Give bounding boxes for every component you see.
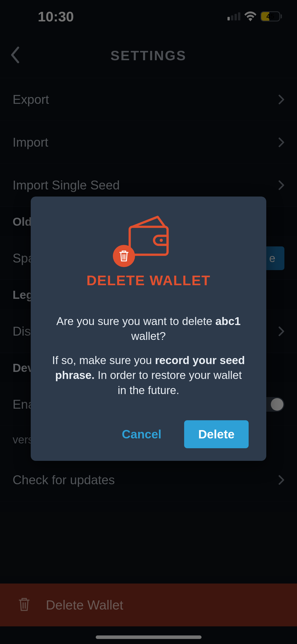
wallet-icon [126,214,171,262]
modal-message-2: If so, make sure you record your seed ph… [51,353,246,398]
delete-wallet-modal: DELETE WALLET Are you sure you want to d… [31,197,266,461]
svg-point-0 [159,239,163,242]
modal-body: Are you sure you want to delete abc1 wal… [46,314,251,398]
modal-icon-container [46,214,251,262]
modal-title: DELETE WALLET [46,272,251,288]
cancel-button[interactable]: Cancel [114,422,169,446]
trash-badge-icon [113,245,135,267]
modal-message-1: Are you sure you want to delete abc1 wal… [51,314,246,344]
delete-button[interactable]: Delete [184,420,249,448]
modal-actions: Cancel Delete [46,420,251,448]
